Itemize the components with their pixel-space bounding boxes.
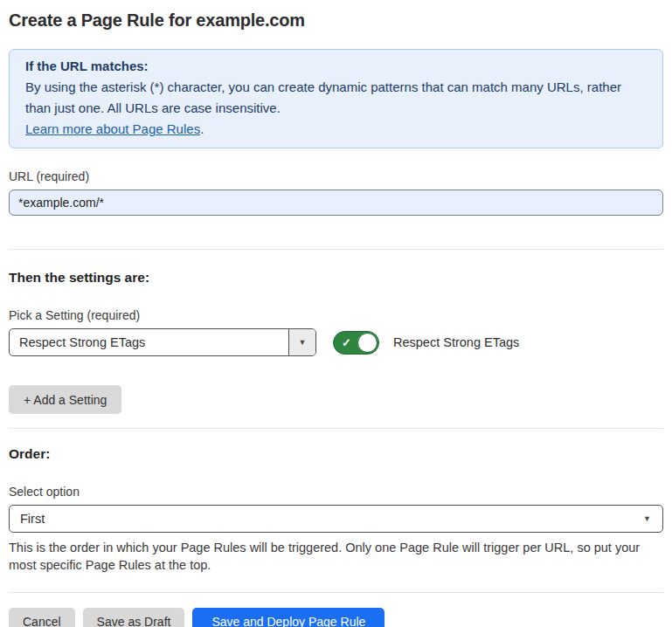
settings-section-heading: Then the settings are: bbox=[9, 270, 663, 286]
toggle-label: Respect Strong ETags bbox=[393, 335, 519, 349]
check-icon: ✓ bbox=[342, 335, 351, 350]
learn-more-link[interactable]: Learn more about Page Rules bbox=[25, 121, 200, 136]
caret-down-icon: ▼ bbox=[643, 515, 651, 523]
url-field-label: URL (required) bbox=[9, 169, 663, 183]
order-select[interactable]: First ▼ bbox=[9, 505, 663, 533]
respect-strong-etags-toggle[interactable]: ✓ bbox=[333, 331, 379, 355]
pick-setting-label: Pick a Setting (required) bbox=[9, 308, 663, 322]
info-box-link-line: Learn more about Page Rules. bbox=[25, 119, 647, 140]
info-box-title: If the URL matches: bbox=[25, 56, 647, 77]
toggle-knob bbox=[357, 333, 378, 353]
save-draft-button[interactable]: Save as Draft bbox=[83, 608, 185, 627]
setting-row: Respect Strong ETags ▼ ✓ Respect Strong … bbox=[9, 328, 663, 356]
url-match-info-box: If the URL matches: By using the asteris… bbox=[9, 49, 663, 148]
add-setting-button[interactable]: + Add a Setting bbox=[9, 385, 121, 414]
order-select-value: First bbox=[20, 512, 45, 526]
info-box-body: By using the asterisk (*) character, you… bbox=[25, 77, 647, 119]
save-deploy-button[interactable]: Save and Deploy Page Rule bbox=[192, 608, 384, 627]
page-title: Create a Page Rule for example.com bbox=[9, 10, 663, 31]
divider bbox=[9, 249, 663, 250]
order-section-heading: Order: bbox=[9, 446, 663, 462]
order-helper-text: This is the order in which your Page Rul… bbox=[9, 540, 663, 574]
setting-select[interactable]: Respect Strong ETags ▼ bbox=[9, 328, 316, 356]
setting-select-caret-button[interactable]: ▼ bbox=[288, 329, 315, 355]
link-suffix: . bbox=[200, 121, 204, 136]
caret-down-icon: ▼ bbox=[299, 339, 307, 347]
order-select-label: Select option bbox=[9, 485, 663, 499]
setting-select-value: Respect Strong ETags bbox=[10, 329, 288, 355]
create-page-rule-form: Create a Page Rule for example.com If th… bbox=[0, 0, 672, 627]
divider bbox=[9, 428, 663, 429]
footer-actions: Cancel Save as Draft Save and Deploy Pag… bbox=[9, 608, 663, 627]
url-input[interactable] bbox=[9, 189, 663, 216]
divider bbox=[9, 592, 663, 593]
cancel-button[interactable]: Cancel bbox=[9, 608, 75, 627]
